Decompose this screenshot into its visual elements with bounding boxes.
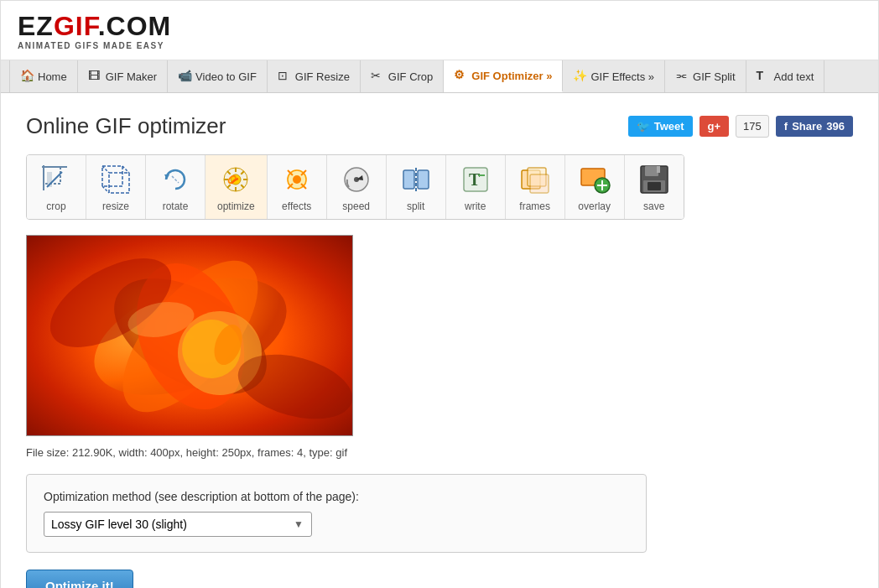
tool-save[interactable]: save xyxy=(625,155,684,219)
frames-tool-icon xyxy=(518,162,553,197)
page-title: Online GIF optimizer xyxy=(26,113,226,139)
tweet-button[interactable]: 🐦 Tweet xyxy=(628,116,693,137)
nav-video-to-gif[interactable]: 📹 Video to GIF xyxy=(168,60,268,92)
svg-line-9 xyxy=(102,186,109,193)
svg-rect-34 xyxy=(645,166,658,176)
overlay-tool-label: overlay xyxy=(578,200,611,212)
nav-gif-resize[interactable]: ⊡ GIF Resize xyxy=(268,60,361,92)
write-tool-label: write xyxy=(465,200,486,212)
save-tool-icon xyxy=(637,162,672,197)
speed-tool-label: speed xyxy=(342,200,370,212)
main-nav: 🏠 Home 🎞 GIF Maker 📹 Video to GIF ⊡ GIF … xyxy=(1,60,878,93)
effects-tool-label: effects xyxy=(282,200,311,212)
video-icon: 📹 xyxy=(178,70,191,83)
effects-icon: ✨ xyxy=(573,70,586,83)
optimize-tool-label: optimize xyxy=(217,200,255,212)
gplus-icon: g+ xyxy=(708,120,721,133)
split-tool-label: split xyxy=(407,200,424,212)
effects-tool-icon xyxy=(279,162,315,197)
social-buttons: 🐦 Tweet g+ 175 f Share 396 xyxy=(628,115,853,138)
nav-gif-crop[interactable]: ✂ GIF Crop xyxy=(361,60,444,92)
tool-rotate[interactable]: rotate xyxy=(146,155,205,219)
tool-split[interactable]: split xyxy=(387,155,446,219)
nav-gif-maker[interactable]: 🎞 GIF Maker xyxy=(78,60,168,92)
crop-tool-label: crop xyxy=(46,200,65,212)
svg-line-8 xyxy=(122,166,129,173)
fb-share-button[interactable]: f Share 396 xyxy=(776,116,853,137)
tool-speed[interactable]: speed xyxy=(327,155,387,219)
film-icon: 🎞 xyxy=(88,70,101,83)
tool-overlay[interactable]: overlay xyxy=(565,155,625,219)
frames-tool-label: frames xyxy=(519,200,550,212)
svg-rect-28 xyxy=(530,174,549,193)
optimize-tool-icon xyxy=(218,162,253,197)
logo-tagline: ANIMATED GIFS MADE EASY xyxy=(18,41,171,50)
resize-icon: ⊡ xyxy=(278,70,291,83)
speed-tool-icon xyxy=(339,162,374,197)
save-tool-label: save xyxy=(643,200,664,212)
svg-line-7 xyxy=(102,166,109,173)
optimizer-icon: ⚙ xyxy=(454,69,467,82)
resize-tool-label: resize xyxy=(102,200,129,212)
gif-preview-container xyxy=(26,235,853,436)
svg-text:T: T xyxy=(469,170,481,189)
svg-rect-20 xyxy=(403,170,414,189)
nav-gif-optimizer[interactable]: ⚙ GIF Optimizer » xyxy=(444,60,563,92)
nav-gif-split[interactable]: ⫘ GIF Split xyxy=(665,60,746,92)
optimization-label: Optimization method (see description at … xyxy=(44,490,629,503)
tool-effects[interactable]: effects xyxy=(268,155,327,219)
gplus-button[interactable]: g+ xyxy=(700,116,730,137)
svg-point-16 xyxy=(293,175,301,184)
twitter-bird-icon: 🐦 xyxy=(637,120,650,133)
rotate-tool-label: rotate xyxy=(163,200,189,212)
svg-rect-35 xyxy=(657,166,660,173)
rotate-tool-icon xyxy=(158,162,193,197)
svg-rect-37 xyxy=(648,182,661,190)
write-tool-icon: T xyxy=(458,162,493,197)
site-logo: EZGIF.COM ANIMATED GIFS MADE EASY xyxy=(18,13,171,50)
optimization-method-select[interactable]: Lossy GIF level 30 (slight) Lossy GIF le… xyxy=(44,512,312,537)
overlay-tool-icon xyxy=(577,162,612,197)
nav-add-text[interactable]: T Add text xyxy=(746,60,825,92)
split-icon: ⫘ xyxy=(675,70,689,83)
tool-optimize[interactable]: optimize xyxy=(205,155,268,219)
nav-gif-effects[interactable]: ✨ GIF Effects » xyxy=(563,60,665,92)
resize-tool-icon xyxy=(98,162,133,197)
gif-image xyxy=(26,235,353,436)
home-icon: 🏠 xyxy=(20,70,34,83)
nav-home[interactable]: 🏠 Home xyxy=(9,60,78,92)
text-icon: T xyxy=(757,70,770,83)
file-info: File size: 212.90K, width: 400px, height… xyxy=(26,446,853,459)
tool-frames[interactable]: frames xyxy=(506,155,565,219)
svg-rect-6 xyxy=(109,173,129,193)
optimize-button[interactable]: Optimize it! xyxy=(26,570,133,588)
crop-icon: ✂ xyxy=(371,70,384,83)
tool-write[interactable]: T write xyxy=(446,155,506,219)
optimization-box: Optimization method (see description at … xyxy=(26,474,647,553)
fb-icon: f xyxy=(784,120,788,133)
tool-resize[interactable]: resize xyxy=(86,155,146,219)
crop-tool-icon xyxy=(39,162,74,197)
gplus-count: 175 xyxy=(736,115,769,138)
split-tool-icon xyxy=(398,162,434,197)
tool-bar: crop resize xyxy=(26,154,684,220)
tool-crop[interactable]: crop xyxy=(27,155,86,219)
svg-rect-21 xyxy=(418,170,429,189)
svg-line-11 xyxy=(172,176,179,183)
